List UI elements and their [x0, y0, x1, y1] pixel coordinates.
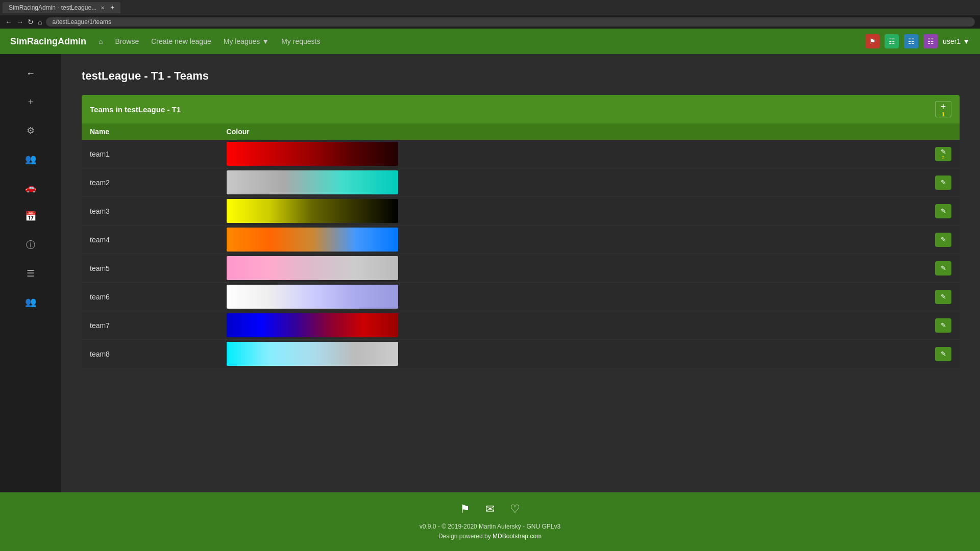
team-colour-cell	[218, 311, 927, 340]
edit-team-button[interactable]: ✎	[935, 290, 951, 304]
card-header-title: Teams in testLeague - T1	[90, 105, 181, 114]
forward-button[interactable]: →	[16, 18, 23, 26]
team-name-cell: team1	[82, 140, 218, 168]
teams-card: Teams in testLeague - T1 + 1 Name Colour…	[82, 95, 960, 368]
team-action-cell: ✎	[927, 283, 960, 311]
team-colour-cell	[218, 226, 927, 254]
col-name-header: Name	[82, 123, 218, 140]
footer-copyright: v0.9.0 - © 2019-2020 Martin Auterský - G…	[10, 522, 970, 541]
address-bar: ← → ↻ ⌂ a/testLeague/1/teams	[0, 15, 980, 29]
home-button[interactable]: ⌂	[38, 18, 42, 26]
discord-icon[interactable]: ♡	[510, 503, 520, 516]
team-action-cell: ✎	[927, 340, 960, 368]
top-navbar: SimRacingAdmin ⌂ Browse Create new leagu…	[0, 29, 980, 54]
navbar-right: ⚑ ☷ ☷ ☷ user1 ▼	[865, 34, 970, 48]
sidebar: ← + ⚙ 👥 🚗 📅 ⓘ ☰ 👥	[0, 54, 61, 492]
browser-tab[interactable]: SimRacingAdmin - testLeague... ✕ +	[3, 2, 120, 13]
sidebar-list-icon[interactable]: ☰	[21, 264, 40, 283]
nav-icon-1[interactable]: ⚑	[865, 34, 879, 48]
card-header: Teams in testLeague - T1 + 1	[82, 95, 960, 123]
table-row: team5✎	[82, 254, 960, 283]
nav-my-leagues-link[interactable]: My leagues ▼	[224, 37, 269, 45]
browser-tab-bar: SimRacingAdmin - testLeague... ✕ +	[0, 0, 980, 15]
table-row: team8✎	[82, 340, 960, 368]
nav-my-requests-link[interactable]: My requests	[281, 37, 320, 45]
team-action-cell: ✎	[927, 254, 960, 283]
team-name-cell: team4	[82, 226, 218, 254]
nav-browse-link[interactable]: Browse	[115, 37, 139, 45]
user-chevron-icon: ▼	[963, 37, 970, 45]
team-action-cell: ✎	[927, 226, 960, 254]
edit-icon: ✎	[941, 179, 946, 186]
sidebar-calendar-icon[interactable]: 📅	[21, 207, 40, 226]
add-badge: 1	[942, 112, 945, 117]
team-colour-cell	[218, 197, 927, 226]
tab-close-icon[interactable]: ✕	[101, 5, 105, 11]
nav-icon-2[interactable]: ☷	[885, 34, 899, 48]
page-layout: ← + ⚙ 👥 🚗 📅 ⓘ ☰ 👥 testLeague - T1 - Team…	[0, 54, 980, 492]
back-button[interactable]: ←	[5, 18, 12, 26]
edit-icon: ✎	[941, 350, 946, 358]
edit-team-button[interactable]: ✎	[935, 176, 951, 190]
brand-logo: SimRacingAdmin	[10, 36, 86, 47]
teams-table: Name Colour team1✎2team2✎team3✎team4✎tea…	[82, 123, 960, 368]
edit-team-button[interactable]: ✎	[935, 318, 951, 333]
team-name-cell: team2	[82, 168, 218, 197]
nav-icon-3[interactable]: ☷	[904, 34, 918, 48]
url-input[interactable]: a/testLeague/1/teams	[46, 17, 975, 27]
team-name-cell: team7	[82, 311, 218, 340]
sidebar-add-icon[interactable]: +	[21, 93, 40, 111]
edit-icon: ✎	[941, 148, 946, 156]
sidebar-info-icon[interactable]: ⓘ	[21, 236, 40, 254]
edit-team-button[interactable]: ✎2	[935, 147, 951, 161]
table-header-row: Name Colour	[82, 123, 960, 140]
edit-icon: ✎	[941, 293, 946, 300]
team-action-cell: ✎	[927, 168, 960, 197]
main-content: testLeague - T1 - Teams Teams in testLea…	[61, 54, 980, 492]
edit-team-button[interactable]: ✎	[935, 233, 951, 247]
tab-add-icon[interactable]: +	[111, 4, 114, 11]
team-name-cell: team8	[82, 340, 218, 368]
sidebar-back-icon[interactable]: ←	[21, 64, 40, 83]
team-name-cell: team6	[82, 283, 218, 311]
team-colour-cell	[218, 283, 927, 311]
sidebar-users-icon[interactable]: 👥	[21, 150, 40, 168]
gitlab-icon[interactable]: ⚑	[460, 503, 470, 516]
table-row: team2✎	[82, 168, 960, 197]
edit-team-button[interactable]: ✎	[935, 261, 951, 276]
edit-team-button[interactable]: ✎	[935, 347, 951, 361]
col-colour-header: Colour	[218, 123, 927, 140]
mdbootstrap-link[interactable]: MDBootstrap.com	[493, 533, 542, 540]
sidebar-manage-icon[interactable]: 👥	[21, 293, 40, 311]
user-menu[interactable]: user1 ▼	[943, 37, 970, 45]
edit-icon: ✎	[941, 264, 946, 272]
team-action-cell: ✎	[927, 311, 960, 340]
col-action-header	[927, 123, 960, 140]
nav-home-link[interactable]: ⌂	[99, 37, 103, 45]
url-text: a/testLeague/1/teams	[52, 18, 111, 26]
team-action-cell: ✎2	[927, 140, 960, 168]
table-row: team3✎	[82, 197, 960, 226]
edit-badge: 2	[942, 156, 944, 160]
team-colour-cell	[218, 340, 927, 368]
reload-button[interactable]: ↻	[28, 18, 34, 26]
sidebar-car-icon[interactable]: 🚗	[21, 179, 40, 197]
team-colour-cell	[218, 254, 927, 283]
team-name-cell: team5	[82, 254, 218, 283]
tab-title: SimRacingAdmin - testLeague...	[9, 4, 96, 11]
table-row: team1✎2	[82, 140, 960, 168]
my-leagues-chevron-icon: ▼	[262, 37, 269, 45]
footer-icons: ⚑ ✉ ♡	[10, 503, 970, 516]
sidebar-settings-icon[interactable]: ⚙	[21, 121, 40, 140]
table-row: team4✎	[82, 226, 960, 254]
email-icon[interactable]: ✉	[485, 503, 495, 516]
table-row: team7✎	[82, 311, 960, 340]
page-title: testLeague - T1 - Teams	[82, 69, 960, 83]
add-team-button[interactable]: + 1	[935, 101, 951, 117]
edit-team-button[interactable]: ✎	[935, 204, 951, 218]
nav-icon-4[interactable]: ☷	[923, 34, 938, 48]
team-action-cell: ✎	[927, 197, 960, 226]
footer: ⚑ ✉ ♡ v0.9.0 - © 2019-2020 Martin Auters…	[0, 492, 980, 551]
nav-create-league-link[interactable]: Create new league	[151, 37, 211, 45]
team-colour-cell	[218, 168, 927, 197]
